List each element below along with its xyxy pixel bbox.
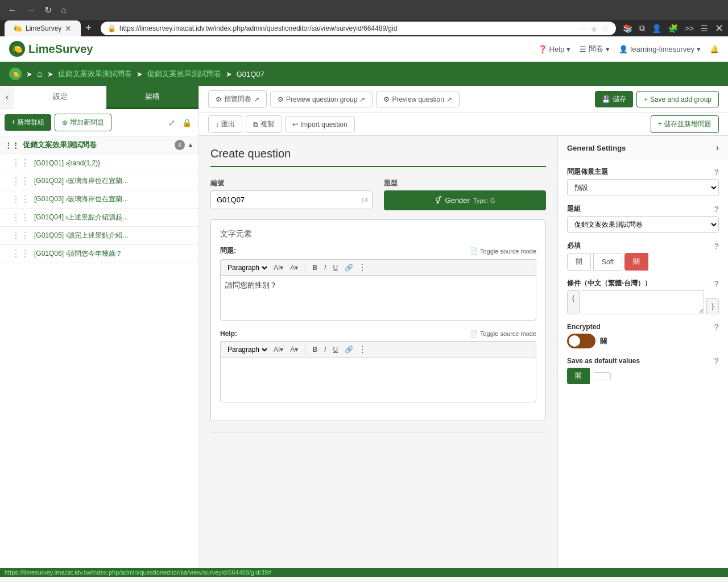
ai-button[interactable]: AI▾ [271,263,286,273]
list-item[interactable]: ⋮⋮ [G01Q05] ›讀完上述景點介紹... [0,227,198,245]
collapse-icon[interactable]: ▲ [187,141,194,149]
new-group-button[interactable]: + 新增群組 [5,114,51,131]
help-button[interactable]: ❓ Help ▾ [538,45,571,53]
condition-input-row: { } [567,290,719,314]
question-link-5[interactable]: [G01Q05] ›讀完上述景點介紹... [34,231,128,240]
pocket-icon[interactable]: ◈ [591,24,597,33]
window-close-button[interactable]: ✕ [715,22,723,35]
copy-button[interactable]: ⧉ 複製 [246,115,282,133]
mandatory-help-icon[interactable]: ? [714,242,719,251]
save-button[interactable]: 💾 儲存 [595,91,633,107]
status-bar: https://limesurvey.imacat.idv.tw/index.p… [0,568,728,577]
user-button[interactable]: 👤 learning-limesurvey ▾ [619,45,701,53]
preview-question-button[interactable]: ⚙ Preview question ↗ [376,92,459,107]
code-field-group: 編號 14 [210,178,373,210]
list-item[interactable]: ⋮⋮ [G01Q06] ›請問您今年幾歲？ [0,245,198,263]
extensions-icon[interactable]: 🧩 [668,24,678,33]
question-link-6[interactable]: [G01Q06] ›請問您今年幾歲？ [34,249,122,259]
question-link-2[interactable]: [G01Q02] ›玻璃海岸位在宜蘭... [34,176,128,186]
account-icon[interactable]: 👤 [652,24,661,33]
survey-group-header[interactable]: ⋮⋮ 促銷文案效果測試問卷 6 ▲ [0,136,198,154]
drag-handle-icon: ⋮⋮ [11,248,30,259]
link-button[interactable]: 🔗 [342,263,355,273]
mandatory-label: 必填 [567,241,581,251]
font-color-button[interactable]: A▾ [288,263,300,273]
overflow-icon[interactable]: >> [685,24,694,33]
list-item[interactable]: ⋮⋮ [G01Q01] ›{rand(1,2)} [0,154,198,172]
encrypted-toggle[interactable] [567,334,595,348]
theme-help-icon[interactable]: ? [714,168,719,177]
question-link-4[interactable]: [G01Q04] ›上述景點介紹讀起... [34,213,128,222]
lock-sidebar-icon[interactable]: 🔒 [180,116,194,130]
home-button[interactable]: ⌂ [57,3,70,16]
tabs-icon[interactable]: ⧉ [639,23,645,33]
breadcrumb-home-icon[interactable]: ⌂ [37,69,43,79]
save-default-off-button[interactable] [594,372,611,380]
group-select[interactable]: 促銷文案效果測試問卷 [567,216,719,233]
notification-button[interactable]: 🔔 [710,45,719,53]
preview-survey-button[interactable]: ⚙ 預覽問卷 ↗ [208,90,267,108]
add-question-button[interactable]: ⊕ 增加新問題 [55,114,111,131]
italic-button[interactable]: I [322,263,328,273]
tab-settings[interactable]: 設定 [14,86,106,109]
save-default-on-button[interactable]: 開 [567,368,590,384]
sidebar-toggle-button[interactable]: ‹ [0,86,14,109]
save-default-help-icon[interactable]: ? [714,356,719,365]
export-button[interactable]: ↓ 匯出 [208,115,242,133]
help-bold-button[interactable]: B [310,344,320,355]
more-options-icon[interactable]: ⋮ [358,262,367,273]
bookmarks-icon[interactable]: 📚 [623,24,632,33]
forward-button[interactable]: → [23,3,39,16]
tab-structure-label: 架構 [145,92,160,101]
questions-button[interactable]: ☰ 問卷 ▾ [580,44,610,54]
back-button[interactable]: ← [5,3,20,16]
list-item[interactable]: ⋮⋮ [G01Q04] ›上述景點介紹讀起... [0,209,198,227]
question-link-1[interactable]: [G01Q01] ›{rand(1,2)} [34,159,100,167]
mandatory-off-button[interactable]: 關 [624,253,648,271]
save-add-group-button[interactable]: + Save and add group [636,91,719,107]
encrypted-help-icon[interactable]: ? [714,322,719,331]
list-item[interactable]: ⋮⋮ [G01Q03] ›玻璃海岸位在宜蘭... [0,190,198,209]
active-tab[interactable]: 🍋 LimeSurvey ✕ [5,20,81,36]
preview-group-button[interactable]: ⚙ Preview question group ↗ [270,92,373,107]
reload-button[interactable]: ↻ [41,3,55,16]
mandatory-on-button[interactable]: 開 [567,253,591,271]
help-link-button[interactable]: 🔗 [342,344,355,355]
condition-label: 條件（中文（繁體-台灣）） [567,278,651,288]
breadcrumb-survey-1[interactable]: 促銷文案效果測試問卷 [58,69,132,79]
type-selector-button[interactable]: ⚥ Gender Type: G [384,190,546,210]
paragraph-select[interactable]: Paragraph [225,263,269,272]
general-settings-header[interactable]: General Settings › [558,136,728,160]
help-font-color-button[interactable]: A▾ [288,344,300,355]
new-tab-button[interactable]: + [83,20,94,36]
import-question-button[interactable]: ↩ Import question [285,117,355,132]
help-ai-button[interactable]: AI▾ [271,344,286,355]
more-icon[interactable]: ··· [580,24,586,33]
code-input[interactable] [210,190,373,209]
toggle-source-mode-button[interactable]: 📄 Toggle source mode [470,247,536,255]
tab-close-icon[interactable]: ✕ [65,24,72,33]
underline-button[interactable]: U [330,263,340,273]
help-underline-button[interactable]: U [330,344,340,355]
tab-structure[interactable]: 架構 [106,86,198,109]
condition-input[interactable] [582,290,704,314]
condition-help-icon[interactable]: ? [714,279,719,288]
question-content[interactable]: 請問您的性別？ [220,275,536,321]
help-toggle-source-button[interactable]: 📄 Toggle source mode [470,330,536,338]
question-link-3[interactable]: [G01Q03] ›玻璃海岸位在宜蘭... [34,194,128,204]
mandatory-soft-button[interactable]: Soft [593,253,622,271]
list-item[interactable]: ⋮⋮ [G01Q02] ›玻璃海岸位在宜蘭... [0,172,198,190]
expand-icon[interactable]: ⤢ [166,116,177,130]
theme-select[interactable]: 預設 [567,179,719,196]
menu-icon[interactable]: ☰ [701,24,708,33]
breadcrumb-survey-2[interactable]: 促銷文案效果測試問卷 [147,69,221,79]
help-italic-button[interactable]: I [322,344,328,355]
save-add-question-button[interactable]: + 儲存並新增問題 [651,115,719,133]
bold-button[interactable]: B [310,263,320,273]
help-paragraph-select[interactable]: Paragraph [225,345,269,354]
group-help-icon[interactable]: ? [714,205,719,214]
help-more-options-icon[interactable]: ⋮ [358,344,367,355]
bookmark-icon[interactable]: ☆ [602,24,609,33]
address-bar[interactable]: 🔒 https://limesurvey.imacat.idv.tw/index… [101,22,616,35]
help-content[interactable] [220,357,536,402]
